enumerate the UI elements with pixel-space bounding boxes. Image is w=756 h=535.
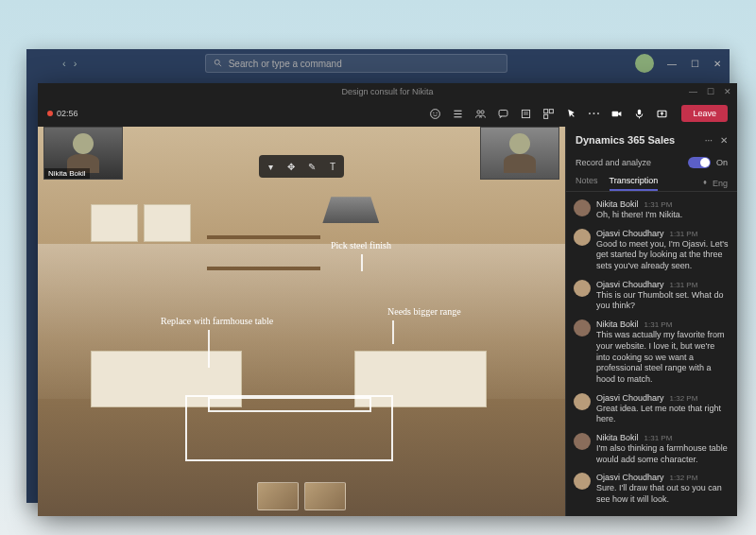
tab-transcription[interactable]: Transcription [610,176,659,191]
message-avatar [574,280,591,297]
tool-select-icon[interactable]: ▾ [263,159,278,174]
message-avatar [574,473,591,490]
thumbnail[interactable] [304,482,346,510]
meeting-titlebar: Design consult for Nikita — ☐ ✕ [38,83,737,100]
transcription-message: Nikita Bokil1:31 PMI'm also thinking a f… [574,429,730,469]
tab-notes[interactable]: Notes [576,176,598,191]
reactions-icon[interactable] [428,107,441,120]
panel-close-icon[interactable]: ✕ [720,135,728,146]
transcription-message: Ojasvi Choudhary1:31 PMThis is our Thumb… [574,276,730,316]
cabinet [144,204,191,242]
svg-rect-10 [499,110,507,116]
message-time: 1:31 PM [644,320,673,329]
message-body: Nikita Bokil1:31 PMThis was actually my … [596,319,730,385]
record-dot-icon [47,111,53,116]
nav-arrows: ‹ › [62,58,77,69]
transcription-message: Nikita Bokil1:31 PMThis was actually my … [574,316,730,388]
message-avatar [574,433,591,450]
meeting-maximize[interactable]: ☐ [707,87,714,96]
cabinet [91,204,138,242]
thumbnail[interactable] [257,482,299,510]
message-text: Oh, hi there! I'm Nikita. [596,210,730,221]
mic-icon[interactable] [632,107,645,120]
language-selector[interactable]: Eng [700,176,728,191]
breakout-icon[interactable] [541,107,555,120]
chat-icon[interactable] [496,107,509,120]
tool-move-icon[interactable]: ✥ [284,159,299,174]
share-icon[interactable] [655,107,668,120]
message-author: Ojasvi Choudhary [596,473,664,482]
search-icon [214,59,223,68]
shelf [207,267,320,270]
tool-text-icon[interactable]: T [325,159,340,174]
panel-more-icon[interactable]: ··· [705,135,713,146]
camera-icon[interactable] [610,107,623,120]
panel-header: Dynamics 365 Sales ··· ✕ [566,127,737,153]
participant-name: Nikita Bokil [44,168,90,179]
message-avatar [574,199,591,216]
svg-point-2 [431,109,440,118]
meeting-close[interactable]: ✕ [724,87,731,96]
search-input[interactable]: Search or type a command [205,54,507,73]
meeting-icons: ··· Leave [428,105,728,122]
record-label: Record and analyze [576,158,651,167]
transcription-message: Nikita Bokil1:31 PMOh, hi there! I'm Nik… [574,196,730,225]
message-body: Ojasvi Choudhary1:32 PMSure. I'll draw t… [596,473,730,505]
language-label: Eng [713,179,728,188]
message-time: 1:31 PM [644,200,673,209]
search-wrap: Search or type a command [77,54,635,73]
message-body: Ojasvi Choudhary1:31 PMGood to meet you,… [596,229,730,272]
notes-icon[interactable] [519,107,532,120]
tool-draw-icon[interactable]: ✎ [304,159,319,174]
annotation-line [392,320,394,344]
maximize-button[interactable]: ☐ [690,59,699,68]
message-text: I'm also thinking a farmhouse table woul… [596,443,730,465]
message-author: Nikita Bokil [596,319,639,329]
message-text: Good to meet you, I'm Ojasvi. Let's get … [596,239,730,272]
shelf [207,235,320,239]
message-text: Sure. I'll draw that out so you can see … [596,483,730,505]
panel-tabs: Notes Transcription Eng [566,172,737,192]
message-text: This was actually my favorite from your … [596,330,730,385]
user-avatar[interactable] [635,54,654,73]
outer-titlebar: ‹ › Search or type a command — ☐ ✕ [26,49,730,78]
annotation-text: Pick steel finish [331,240,391,250]
record-row: Record and analyze On [566,153,737,172]
message-text: Great idea. Let me note that right here. [596,404,730,425]
message-author: Nikita Bokil [596,199,639,209]
annotation-line [208,330,210,368]
message-time: 1:32 PM [670,474,698,482]
close-button[interactable]: ✕ [713,59,722,68]
shared-content: Replace with farmhouse table Pick steel … [38,127,565,516]
transcription-list[interactable]: Nikita Bokil1:31 PMOh, hi there! I'm Nik… [566,192,737,516]
annotation-text: Needs bigger range [387,306,461,317]
message-time: 1:31 PM [644,434,673,442]
participant-video-2[interactable] [480,127,559,180]
transcription-message: Ojasvi Choudhary1:31 PMGood to meet you,… [574,225,730,276]
message-author: Nikita Bokil [596,433,639,442]
people-icon[interactable] [473,107,487,120]
side-panel: Dynamics 365 Sales ··· ✕ Record and anal… [565,127,737,516]
svg-point-3 [433,112,434,112]
message-body: Ojasvi Choudhary1:31 PMThis is our Thumb… [596,280,730,312]
message-author: Ojasvi Choudhary [596,229,664,238]
leave-button[interactable]: Leave [681,105,728,122]
svg-line-1 [218,64,221,67]
avatar-head [73,133,94,154]
svg-rect-14 [544,109,548,112]
view-list-icon[interactable] [451,107,464,120]
svg-rect-16 [544,114,548,118]
toggle-state: On [716,158,728,167]
minimize-button[interactable]: — [667,59,677,68]
meeting-stage: Replace with farmhouse table Pick steel … [38,127,565,516]
cursor-icon[interactable] [564,107,577,120]
nav-back[interactable]: ‹ [62,58,66,69]
svg-point-4 [436,112,437,112]
more-icon[interactable]: ··· [587,107,600,120]
record-toggle[interactable] [688,157,711,168]
participant-video-1[interactable]: Nikita Bokil [43,127,123,180]
svg-point-8 [477,110,480,112]
meeting-minimize[interactable]: — [689,87,697,96]
message-time: 1:31 PM [670,230,698,238]
transcription-message: Ojasvi Choudhary1:32 PMSure. I'll draw t… [574,469,730,509]
